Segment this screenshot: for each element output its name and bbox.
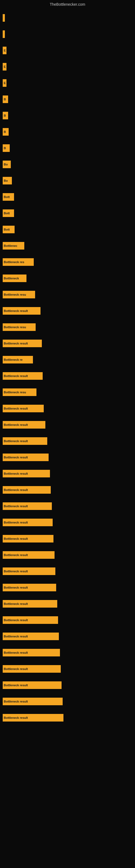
bar-row: Bott [3, 190, 135, 204]
bar-label: Bottleneck result [4, 586, 28, 589]
bar-label: Bottleneck result [4, 407, 28, 410]
bar-row: B [3, 108, 135, 123]
bar-label: E [4, 82, 6, 85]
bar-label: Bottleneck result [4, 684, 28, 687]
bar-row: E [3, 43, 135, 58]
bar-item: Bottleneck result [3, 698, 63, 705]
bar-label: Bottleneck result [4, 504, 28, 508]
bar-item: Bottleneck result [3, 405, 44, 412]
bar-item: Bottleneck result [3, 681, 61, 689]
bar-label: Bottlenec [4, 244, 17, 247]
bar-item: Bo [3, 177, 12, 184]
bar-row: Bottleneck result [3, 532, 135, 546]
bars-container: EEEBBBBBoBoBottBottBottBottlenecBottlene… [0, 0, 135, 727]
bar-item: Bottleneck result [3, 470, 50, 477]
bar-row: Bottleneck result [3, 711, 135, 725]
bar-item: Bottleneck re [3, 356, 33, 364]
bar-row: Bottleneck result [3, 418, 135, 432]
bar-row: Bott [3, 206, 135, 220]
bar-item: Bottleneck result [3, 307, 41, 315]
bar-label: Bottleneck result [4, 472, 28, 475]
bar-row: Bottleneck result [3, 467, 135, 480]
bar-row: Bottleneck result [3, 450, 135, 464]
bar-row: B [3, 92, 135, 106]
bar-label: B [4, 130, 6, 133]
bar-row: Bottleneck resu [3, 287, 135, 302]
site-title: TheBottlenecker.com [50, 2, 85, 6]
bar-item: Bottleneck result [3, 649, 60, 656]
bar-row: Bottleneck result [3, 401, 135, 415]
bar-item [3, 30, 5, 38]
bar-row: Bottleneck re [3, 352, 135, 367]
bar-row: Bottleneck result [3, 336, 135, 350]
bar-row: Bo [3, 174, 135, 188]
bar-row: Bottleneck result [3, 516, 135, 529]
bar-row: Bottleneck result [3, 581, 135, 595]
bar-item: Bottleneck result [3, 340, 42, 347]
bar-row: Bottleneck result [3, 597, 135, 611]
bar-label: Bottleneck result [4, 553, 28, 557]
bar-item: Bo [3, 161, 11, 168]
bar-row: Bottleneck resu [3, 320, 135, 334]
bar-label: Bottleneck result [4, 342, 28, 345]
bar-label: Bottleneck result [4, 651, 28, 654]
bar-label: Bottleneck result [4, 602, 28, 606]
bar-label: Bottleneck result [4, 521, 28, 524]
bar-row: Bottleneck result [3, 434, 135, 448]
bar-item: Bottleneck result [3, 502, 52, 510]
bar-item: Bottleneck result [3, 437, 47, 445]
bar-row: B [3, 125, 135, 139]
bar-item: Bottleneck result [3, 600, 57, 608]
bar-label: Bottleneck [4, 277, 19, 280]
bar-label: Bottleneck res [4, 260, 24, 264]
bar-item: Bottleneck result [3, 714, 63, 721]
bar-row [3, 27, 135, 41]
bar-row: Bottleneck result [3, 662, 135, 676]
bar-row: Bottleneck result [3, 548, 135, 562]
bar-label: E [4, 65, 6, 68]
bar-item: Bott [3, 209, 14, 217]
bar-row: Bottleneck result [3, 678, 135, 692]
bar-item: Bottleneck result [3, 454, 49, 461]
bar-item: E [3, 63, 6, 70]
bar-label: Bottleneck result [4, 374, 28, 378]
bar-row: Bottleneck res [3, 255, 135, 269]
bar-label: Bottleneck result [4, 667, 28, 671]
bar-row: Bo [3, 157, 135, 172]
bar-item [3, 14, 5, 22]
bar-row: Bottleneck result [3, 304, 135, 318]
bar-row [3, 11, 135, 25]
bar-item: Bottleneck result [3, 584, 56, 591]
bar-label: Bottleneck re [4, 358, 23, 361]
bar-label: B [4, 98, 6, 101]
bar-item: Bottleneck resu [3, 323, 36, 331]
bar-row: E [3, 76, 135, 90]
bar-label: Bottleneck resu [4, 326, 26, 329]
bar-row: Bottleneck [3, 271, 135, 285]
bar-item: Bottleneck result [3, 616, 58, 624]
bar-item: Bottleneck result [3, 519, 53, 526]
bar-row: Bottleneck result [3, 564, 135, 578]
bar-item: Bottleneck resu [3, 291, 35, 299]
bar-label: Bo [4, 163, 8, 166]
bar-label: Bott [4, 195, 10, 198]
bar-item: Bottleneck resu [3, 389, 37, 396]
bar-label: Bottleneck result [4, 635, 28, 638]
bar-item: Bottleneck result [3, 632, 59, 640]
bar-row: Bottleneck result [3, 369, 135, 383]
bar-label: E [4, 49, 6, 52]
bar-label: Bottleneck result [4, 537, 28, 540]
bar-label: Bottleneck result [4, 439, 28, 443]
bar-label: B [4, 114, 6, 117]
bar-row: Bottleneck result [3, 694, 135, 709]
bar-row: Bottlenec [3, 239, 135, 253]
bar-item: B [3, 112, 8, 119]
bar-item: Bottleneck result [3, 421, 45, 429]
bar-row: B [3, 141, 135, 155]
bar-item: Bottlenec [3, 242, 24, 250]
bar-label: B [4, 147, 6, 150]
bar-row: Bott [3, 222, 135, 237]
bar-item: E [3, 46, 6, 54]
bar-label: Bottleneck result [4, 569, 28, 573]
bar-label: Bottleneck result [4, 700, 28, 703]
